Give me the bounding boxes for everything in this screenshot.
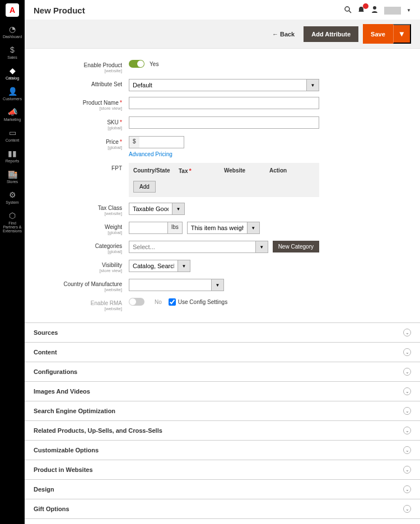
action-bar: ← Back Add Attribute Save ▼ [25, 20, 420, 49]
country-label: Country of Manufacture[website] [34, 279, 129, 292]
section-title: Product in Websites [34, 466, 93, 473]
bars-icon: ▮▮ [1, 149, 24, 158]
svg-point-0 [345, 7, 349, 11]
section-title: Design [34, 486, 54, 493]
header-actions: ▼ [344, 6, 411, 15]
section-content[interactable]: Content⌄ [25, 342, 420, 362]
megaphone-icon: 📣 [1, 107, 24, 116]
section-design[interactable]: Design⌄ [25, 479, 420, 499]
section-search-engine-optimization[interactable]: Search Engine Optimization⌄ [25, 401, 420, 420]
advanced-pricing-link[interactable]: Advanced Pricing [129, 151, 172, 157]
enable-product-label: Enable Product[website] [34, 60, 129, 73]
weight-type-dropdown[interactable]: ▼ [248, 222, 260, 234]
section-product-in-websites[interactable]: Product in Websites⌄ [25, 460, 420, 479]
use-config-checkbox-label[interactable]: Use Config Settings [169, 298, 227, 306]
back-label: Back [280, 31, 295, 38]
svg-line-1 [349, 11, 351, 13]
section-related-products-up-sells-and-cross-sells[interactable]: Related Products, Up-Sells, and Cross-Se… [25, 420, 420, 440]
attribute-set-label: Attribute Set [34, 79, 129, 87]
price-input[interactable] [139, 136, 184, 148]
tax-class-dropdown[interactable]: ▼ [172, 203, 185, 215]
page-title: New Product [34, 6, 85, 15]
section-title: Gift Options [34, 506, 69, 512]
adobe-logo[interactable]: A [6, 3, 19, 17]
section-title: Sources [34, 329, 58, 336]
sidebar-label: System [6, 200, 18, 204]
enable-rma-value: No [155, 299, 162, 305]
product-name-input[interactable] [129, 97, 319, 109]
save-dropdown-button[interactable]: ▼ [393, 24, 411, 44]
gear-icon: ⚙ [1, 190, 24, 199]
enable-product-toggle[interactable] [129, 60, 144, 68]
sidebar-item-system[interactable]: ⚙System [0, 187, 25, 208]
sku-input[interactable] [129, 116, 319, 129]
sidebar-label: Reports [6, 159, 20, 163]
sidebar-item-content[interactable]: ▭Content [0, 125, 25, 146]
stores-icon: 🏬 [1, 170, 24, 179]
section-customizable-options[interactable]: Customizable Options⌄ [25, 440, 420, 460]
enable-rma-toggle [129, 298, 144, 306]
sidebar-label: Marketing [4, 118, 21, 121]
enable-product-value: Yes [150, 61, 158, 67]
add-attribute-button[interactable]: Add Attribute [304, 26, 358, 42]
sidebar-item-sales[interactable]: $Sales [0, 42, 25, 63]
notifications-icon[interactable] [357, 6, 365, 15]
use-config-checkbox[interactable] [169, 298, 176, 306]
sidebar-item-marketing[interactable]: 📣Marketing [0, 104, 25, 125]
attribute-set-select[interactable] [129, 79, 307, 91]
new-category-button[interactable]: New Category [273, 241, 319, 252]
categories-select[interactable] [129, 241, 256, 253]
sidebar-label: Find Partners & Extensions [3, 221, 22, 233]
back-button[interactable]: ← Back [272, 31, 295, 38]
user-dropdown[interactable] [384, 7, 401, 15]
sidebar-label: Customers [3, 97, 22, 101]
save-button-group: Save ▼ [363, 24, 411, 44]
chevron-down-icon: ⌄ [403, 466, 411, 474]
chevron-down-icon: ⌄ [403, 427, 411, 434]
sidebar-label: Sales [7, 55, 17, 59]
section-sources[interactable]: Sources⌄ [25, 322, 420, 342]
sidebar-item-catalog[interactable]: ◆Catalog [0, 63, 25, 83]
sidebar-label: Catalog [6, 76, 19, 80]
fpt-col-country: Country/State [133, 167, 179, 174]
weight-type-select[interactable] [187, 222, 248, 234]
gauge-icon: ◔ [1, 25, 24, 34]
attribute-set-dropdown[interactable]: ▼ [307, 79, 319, 91]
enable-rma-label: Enable RMA[website] [34, 298, 129, 311]
search-icon[interactable] [344, 6, 352, 15]
dollar-icon: $ [1, 45, 24, 54]
country-dropdown[interactable]: ▼ [212, 279, 224, 291]
sidebar-item-stores[interactable]: 🏬Stores [0, 166, 25, 187]
svg-point-2 [373, 6, 376, 10]
section-product-in-shared-catalogs[interactable]: Product In Shared Catalogs⌄ [25, 518, 420, 524]
fpt-col-action: Action [269, 167, 315, 174]
visibility-label: Visibility[store view] [34, 260, 129, 273]
section-title: Content [34, 349, 57, 355]
section-title: Related Products, Up-Sells, and Cross-Se… [34, 427, 162, 434]
sidebar-item-reports[interactable]: ▮▮Reports [0, 146, 25, 166]
admin-sidebar: A ◔Dashboard $Sales ◆Catalog 👤Customers … [0, 0, 25, 524]
visibility-select[interactable] [129, 260, 178, 272]
visibility-dropdown[interactable]: ▼ [178, 260, 190, 272]
main-content: New Product ▼ ← Back Add Attribute [25, 0, 420, 524]
sidebar-item-customers[interactable]: 👤Customers [0, 83, 25, 104]
sidebar-item-partners[interactable]: ⬡Find Partners & Extensions [0, 208, 25, 236]
section-gift-options[interactable]: Gift Options⌄ [25, 499, 420, 518]
section-images-and-videos[interactable]: Images And Videos⌄ [25, 381, 420, 401]
tax-class-select[interactable] [129, 203, 172, 215]
partners-icon: ⬡ [1, 211, 24, 220]
sidebar-item-dashboard[interactable]: ◔Dashboard [0, 21, 25, 42]
country-select[interactable] [129, 279, 212, 291]
fpt-col-website: Website [224, 167, 269, 174]
fpt-add-button[interactable]: Add [133, 181, 156, 193]
user-icon[interactable] [371, 6, 379, 15]
categories-dropdown[interactable]: ▼ [256, 241, 268, 253]
chevron-down-icon[interactable]: ▼ [407, 8, 411, 13]
chevron-down-icon: ⌄ [403, 387, 411, 395]
fpt-table: Country/State Tax* Website Action Add [129, 163, 319, 197]
save-button[interactable]: Save [363, 24, 393, 44]
weight-input[interactable] [129, 222, 168, 234]
chevron-down-icon: ⌄ [403, 485, 411, 493]
currency-symbol: $ [129, 136, 139, 148]
section-configurations[interactable]: Configurations⌄ [25, 362, 420, 381]
